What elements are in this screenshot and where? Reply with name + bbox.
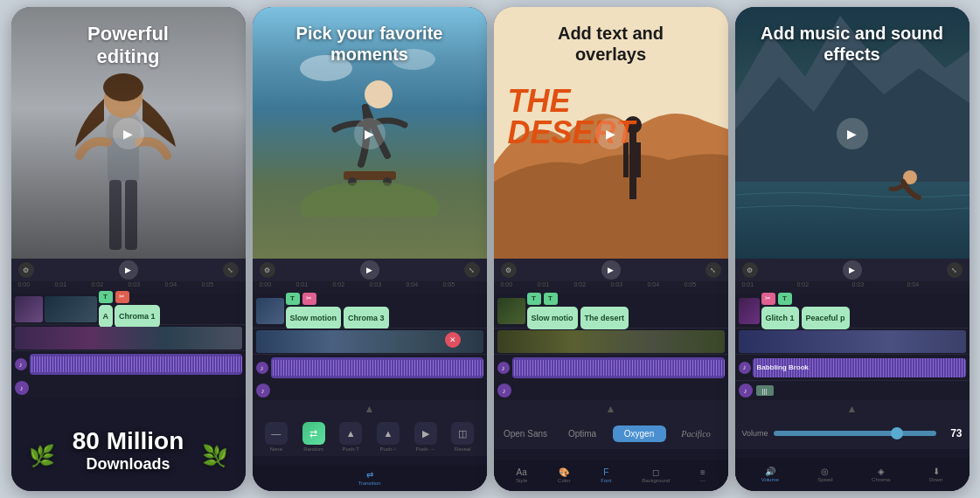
- track-thumb-3a: [497, 298, 525, 324]
- expand-icon-4[interactable]: ⤡: [947, 262, 963, 278]
- nav-transition[interactable]: ⇄ Transition: [358, 470, 380, 486]
- volume-slider[interactable]: [774, 431, 936, 436]
- music-row-3: ♪: [494, 381, 728, 400]
- clip-slow-motion-3[interactable]: Slow motio: [527, 307, 578, 329]
- trans-push-t-label: Push-T: [343, 446, 359, 452]
- nav-down[interactable]: ⬇ Down: [929, 467, 942, 482]
- svg-rect-19: [735, 182, 970, 260]
- audio-track-3: ♪: [494, 355, 728, 381]
- play-btn-small-4[interactable]: ▶: [843, 260, 862, 280]
- track-thumb-4a: [739, 298, 760, 324]
- nav-style[interactable]: Aa Style: [516, 467, 527, 483]
- delete-icon[interactable]: ✕: [445, 332, 461, 348]
- gear-icon-3[interactable]: ⚙: [501, 262, 517, 278]
- gear-icon-4[interactable]: ⚙: [742, 262, 758, 278]
- trans-push-r[interactable]: ▶ Push-→: [408, 422, 442, 452]
- nav-color[interactable]: 🎨 Color: [558, 467, 570, 483]
- photo-strip-2: ✕: [253, 329, 487, 355]
- play-button-4[interactable]: ▶: [837, 118, 868, 149]
- volume-number: 73: [942, 427, 963, 439]
- card-powerful-editing: Powerful editing ▶ ⚙ ▶ ⤡ 0:00 0:01 0:02 …: [11, 7, 246, 491]
- audio-track-2: ♪: [253, 355, 487, 381]
- trans-push-t-icon: ▲: [339, 422, 362, 445]
- video-track-4: ✂ T Glitch 1 Peaceful p: [735, 294, 970, 329]
- card2-title: Pick your favoritemoments: [253, 23, 487, 65]
- font-optima[interactable]: Optima: [556, 425, 609, 442]
- chevron-up-2[interactable]: ▲: [253, 400, 487, 418]
- trans-random-icon: ⇄: [302, 422, 325, 445]
- play-button-3[interactable]: ▶: [595, 118, 627, 149]
- photo-strip-4: ♪: [735, 329, 970, 355]
- expand-icon-2[interactable]: ⤡: [464, 262, 480, 278]
- nav-align-label: —: [700, 478, 705, 483]
- nav-font[interactable]: F Font: [601, 467, 611, 483]
- clip-chroma1[interactable]: Chroma 1: [115, 305, 160, 328]
- nav-volume-icon: 🔊: [765, 467, 775, 476]
- nav-background-label: Background: [642, 478, 670, 483]
- trans-push-up[interactable]: ▲ Push-↑: [372, 422, 406, 452]
- nav-background[interactable]: ◻ Background: [642, 467, 670, 483]
- trans-push-up-icon: ▲: [377, 422, 400, 445]
- font-oxygen[interactable]: Oxygen: [613, 425, 666, 442]
- photo-strip-1: [11, 325, 246, 351]
- nav-background-icon: ◻: [652, 467, 659, 477]
- volume-label: Volume: [742, 429, 768, 438]
- gear-icon-2[interactable]: ⚙: [260, 262, 275, 278]
- clip-a[interactable]: A: [99, 305, 114, 328]
- card3-bottom-nav: Aa Style 🎨 Color F Font ◻ Background ≡: [494, 460, 728, 491]
- chevron-up-3[interactable]: ▲: [494, 400, 728, 418]
- chevron-up-4[interactable]: ▲: [735, 400, 970, 418]
- play-btn-small-3[interactable]: ▶: [601, 260, 621, 280]
- play-btn-small-1[interactable]: ▶: [119, 260, 138, 280]
- nav-font-label: Font: [601, 478, 611, 483]
- card4-scene-bg: Add music and soundeffects ▶: [735, 7, 970, 260]
- trans-random-label: Random: [303, 446, 323, 452]
- clips-col-2: T ✂ Slow motion Chroma 3: [286, 293, 483, 329]
- card3-title: Add text andoverlays: [494, 23, 728, 65]
- audio-wave-2: [271, 357, 483, 378]
- nav-chroma[interactable]: ◈ Chroma: [872, 467, 890, 482]
- gear-icon-1[interactable]: ⚙: [18, 262, 34, 278]
- card2-controls-row: ⚙ ▶ ⤡: [253, 259, 487, 281]
- nav-speed[interactable]: ◎ Speed: [817, 467, 832, 482]
- trans-none[interactable]: — None: [260, 422, 294, 452]
- audio-track-name: Babbling Brook: [757, 363, 810, 371]
- svg-point-12: [300, 182, 440, 217]
- clip-chroma3[interactable]: Chroma 3: [344, 307, 389, 329]
- trans-reveal[interactable]: ◫ Reveal: [446, 422, 480, 452]
- nav-down-icon: ⬇: [933, 467, 940, 476]
- clip-the-desert[interactable]: The desert: [580, 307, 629, 329]
- nav-volume-label: Volume: [761, 477, 779, 482]
- nav-transition-label: Transition: [358, 481, 380, 486]
- trans-none-label: None: [270, 446, 282, 452]
- trans-push-t[interactable]: ▲ Push-T: [334, 422, 368, 452]
- play-button-1[interactable]: ▶: [113, 118, 144, 149]
- card1-title: Powerful editing: [11, 23, 246, 69]
- card1-controls-row: ⚙ ▶ ⤡: [11, 259, 246, 281]
- nav-speed-label: Speed: [817, 477, 832, 482]
- play-button-2[interactable]: ▶: [354, 118, 386, 149]
- nav-volume[interactable]: 🔊 Volume: [761, 467, 779, 482]
- nav-color-icon: 🎨: [559, 467, 569, 477]
- clip-slow-motion[interactable]: Slow motion: [286, 307, 342, 329]
- expand-icon-3[interactable]: ⤡: [705, 262, 721, 278]
- font-pacifico[interactable]: Pacifico: [670, 425, 723, 442]
- trans-reveal-label: Reveal: [455, 446, 471, 452]
- music-row-4: ♪ |||: [735, 381, 970, 400]
- font-open-sans[interactable]: Open Sans: [499, 425, 553, 442]
- nav-align[interactable]: ≡ —: [700, 467, 705, 483]
- track-thumb-1a: [15, 296, 43, 322]
- card1-timeline: ⚙ ▶ ⤡ 0:00 0:01 0:02 0:03 0:04 0:05: [11, 259, 246, 491]
- card-music-effects: Add music and soundeffects ▶ ⚙ ▶ ⤡ 0:01 …: [735, 7, 970, 491]
- video-track-3: T T Slow motio The desert: [494, 294, 728, 329]
- play-btn-small-2[interactable]: ▶: [360, 260, 379, 280]
- clip-peaceful[interactable]: Peaceful p: [802, 307, 850, 329]
- nav-style-icon: Aa: [516, 467, 526, 477]
- card2-bottom-nav: ⇄ Transition: [253, 465, 487, 491]
- clips-col-4: ✂ T Glitch 1 Peaceful p: [761, 293, 966, 329]
- trans-random[interactable]: ⇄ Random: [296, 422, 330, 452]
- nav-speed-icon: ◎: [821, 467, 829, 476]
- expand-icon-1[interactable]: ⤡: [223, 262, 239, 278]
- clip-glitch1[interactable]: Glitch 1: [761, 307, 799, 329]
- audio-track-1: ♪: [11, 351, 246, 377]
